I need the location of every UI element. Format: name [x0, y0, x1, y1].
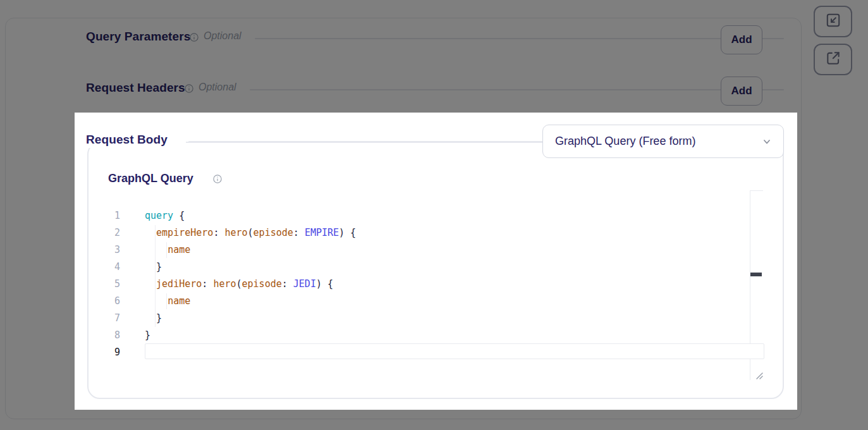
code-line[interactable]: 2 empireHero: hero(episode: EMPIRE) { — [101, 224, 759, 242]
dim-overlay — [0, 410, 868, 430]
code-line[interactable]: 6 name — [101, 293, 759, 310]
line-number: 8 — [101, 327, 120, 344]
info-icon[interactable] — [213, 175, 222, 183]
code-lines[interactable]: 1query {2 empireHero: hero(episode: EMPI… — [101, 207, 759, 361]
body-type-select[interactable]: GraphQL Query (Free form) — [542, 125, 784, 158]
code-line[interactable]: 3 name — [101, 242, 759, 259]
indent-guide — [166, 293, 167, 309]
line-number: 3 — [101, 242, 120, 259]
resize-grip-icon[interactable] — [752, 369, 764, 383]
chevron-down-icon — [761, 135, 773, 148]
dim-overlay — [0, 0, 868, 113]
line-number: 7 — [101, 310, 120, 327]
code-line[interactable]: 9 — [101, 344, 759, 361]
graphql-query-label: GraphQL Query — [108, 172, 193, 185]
indent-guide — [166, 242, 167, 258]
dim-overlay — [797, 113, 868, 410]
page: Query Parameters Optional Add Request He… — [0, 0, 868, 430]
body-type-select-value: GraphQL Query (Free form) — [555, 135, 761, 148]
line-number: 6 — [101, 293, 120, 310]
line-number: 5 — [101, 276, 120, 293]
line-number: 2 — [101, 224, 120, 242]
line-number: 9 — [101, 344, 120, 361]
line-number: 1 — [101, 207, 120, 224]
dim-overlay — [0, 113, 75, 410]
indent-guide — [155, 225, 156, 327]
code-line[interactable]: 4 } — [101, 259, 759, 276]
line-number: 4 — [101, 259, 120, 276]
code-line[interactable]: 5 jediHero: hero(episode: JEDI) { — [101, 276, 759, 293]
request-body-title: Request Body — [86, 133, 168, 147]
code-line[interactable]: 8} — [101, 327, 759, 344]
code-line[interactable]: 1query { — [101, 207, 759, 224]
code-line[interactable]: 7 } — [101, 310, 759, 327]
